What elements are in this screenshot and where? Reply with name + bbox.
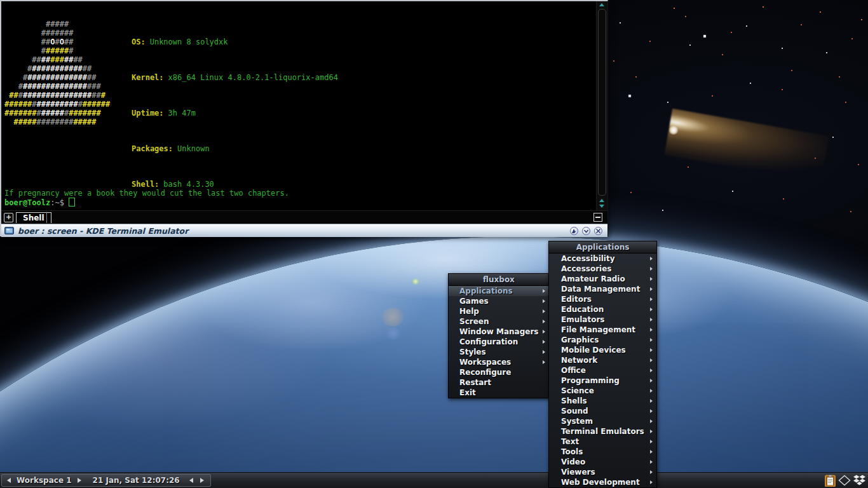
applications-menu-item[interactable]: Sound — [549, 406, 656, 416]
applications-menu-item[interactable]: Editors — [549, 294, 656, 304]
konsole-window-icon[interactable] — [4, 227, 14, 235]
menu-title: fluxbox — [449, 274, 549, 286]
system-info-line: OS:Unknown 8 solydxk — [132, 37, 338, 46]
clipboard-icon[interactable] — [824, 474, 836, 487]
fluxbox-menu-item[interactable]: Restart — [449, 377, 549, 388]
applications-menu-item[interactable]: Mobile Devices — [549, 345, 656, 355]
lens-flare-ring — [381, 308, 404, 327]
fluxbox-root-menu: fluxbox Applications Games Help Screen — [448, 273, 550, 398]
submenu-arrow-icon — [650, 328, 653, 332]
terminal-content[interactable]: ##### ####### ##O#O## ####### ##########… — [1, 1, 597, 210]
applications-menu-item[interactable]: Tools — [549, 447, 656, 457]
close-button[interactable] — [594, 227, 602, 235]
fluxbox-menu-item[interactable]: Exit — [449, 388, 549, 398]
applications-menu-item[interactable]: Video — [549, 457, 656, 467]
info-label: Uptime: — [132, 109, 164, 118]
terminal-titlebar[interactable]: boer : screen - KDE Terminal Emulator — [1, 224, 607, 237]
applications-submenu: Applications Accessibility Accessories A… — [548, 241, 657, 488]
shade-button[interactable] — [582, 227, 590, 235]
menu-item-label: Accessibility — [561, 254, 615, 264]
applications-menu-item[interactable]: Accessories — [549, 264, 656, 274]
applications-menu-item[interactable]: Office — [549, 365, 656, 376]
fluxbox-menu-item[interactable]: Screen — [449, 316, 549, 327]
fluxbox-menu-item[interactable]: Configuration — [449, 337, 549, 347]
submenu-arrow-icon — [650, 287, 653, 291]
menu-item-label: Terminal Emulators — [561, 426, 644, 437]
applications-menu-item[interactable]: Terminal Emulators — [549, 426, 656, 437]
menu-item-label: Screen — [459, 316, 489, 327]
submenu-arrow-icon — [650, 348, 653, 352]
tabbar-minimize-button[interactable] — [593, 213, 602, 222]
applications-menu-item[interactable]: Data Management — [549, 284, 656, 294]
info-label: OS: — [132, 37, 146, 46]
submenu-arrow-icon — [650, 267, 653, 271]
taskbar: Workspace 1 21 Jan, Sat 12:07:26 — [0, 472, 868, 488]
info-value: Unknown 8 solydxk — [150, 37, 228, 46]
applications-menu-item[interactable]: Graphics — [549, 335, 656, 345]
clock: 21 Jan, Sat 12:07:26 — [93, 476, 180, 485]
terminal-scrollbar[interactable] — [596, 1, 607, 210]
menu-item-label: Configuration — [459, 337, 518, 347]
comet-core — [668, 126, 679, 135]
menu-item-label: Programming — [561, 376, 620, 386]
applications-menu-item[interactable]: File Management — [549, 325, 656, 335]
new-tab-button[interactable]: + — [4, 213, 13, 222]
terminal-tab-bar: + Shell — [1, 210, 607, 224]
diamond-icon[interactable] — [838, 474, 851, 487]
applications-menu-item[interactable]: Accessibility — [549, 254, 656, 264]
fluxbox-menu-item[interactable]: Reconfigure — [449, 367, 549, 377]
submenu-arrow-icon — [650, 318, 653, 322]
menu-item-label: Education — [561, 304, 604, 315]
workspace-label[interactable]: Workspace 1 — [17, 476, 72, 485]
submenu-arrow-icon — [650, 369, 653, 372]
menu-item-label: Restart — [459, 377, 491, 388]
submenu-arrow-icon — [650, 358, 653, 362]
submenu-arrow-icon — [543, 299, 545, 303]
next-workspace-icon[interactable] — [78, 478, 81, 483]
scroll-down-icon[interactable] — [599, 205, 604, 208]
info-value: x86_64 Linux 4.8.0-2.1-liquorix-amd64 — [168, 73, 338, 82]
fluxbox-menu-item[interactable]: Help — [449, 306, 549, 316]
fluxbox-menu-item[interactable]: Styles — [449, 347, 549, 357]
menu-item-label: Window Managers — [459, 327, 538, 337]
submenu-arrow-icon — [650, 470, 653, 474]
tab-separator — [46, 212, 47, 223]
fluxbox-menu-item[interactable]: Workspaces — [449, 357, 549, 367]
fluxbox-menu-item[interactable]: Applications — [449, 286, 549, 296]
applications-menu-item[interactable]: Shells — [549, 396, 656, 406]
applications-menu-item[interactable]: Network — [549, 355, 656, 365]
menu-item-label: Help — [459, 306, 479, 316]
menu-item-label: Games — [459, 296, 489, 306]
applications-menu-item[interactable]: Emulators — [549, 315, 656, 325]
stick-button[interactable] — [570, 227, 578, 235]
applications-menu-item[interactable]: Science — [549, 386, 656, 396]
prev-workspace-icon[interactable] — [7, 478, 11, 483]
menu-item-label: Tools — [561, 447, 583, 457]
terminal-window: ##### ####### ##O#O## ####### ##########… — [0, 0, 608, 236]
scrollbar-thumb[interactable] — [598, 9, 606, 196]
applications-menu-item[interactable]: Web Development — [549, 477, 656, 487]
fluxbox-menu-item[interactable]: Games — [449, 296, 549, 306]
scroll-up-icon[interactable] — [599, 3, 604, 6]
fluxbox-menu-item[interactable]: Window Managers — [449, 327, 549, 337]
scroll-up-icon[interactable] — [599, 199, 604, 202]
workspace-panel: Workspace 1 21 Jan, Sat 12:07:26 — [1, 474, 211, 487]
prev-window-icon[interactable] — [189, 478, 193, 483]
dropbox-icon[interactable] — [853, 474, 865, 487]
info-value: Unknown — [177, 144, 210, 153]
menu-item-label: Exit — [459, 388, 476, 398]
submenu-arrow-icon — [650, 277, 653, 281]
applications-menu-item[interactable]: Education — [549, 304, 656, 315]
applications-menu-item[interactable]: Programming — [549, 376, 656, 386]
applications-menu-item[interactable]: Amateur Radio — [549, 274, 656, 284]
next-window-icon[interactable] — [200, 478, 204, 483]
applications-menu-item[interactable]: Text — [549, 437, 656, 447]
applications-menu-item[interactable]: System — [549, 416, 656, 426]
submenu-arrow-icon — [650, 257, 653, 261]
window-buttons — [570, 227, 602, 235]
menu-item-label: Editors — [561, 294, 592, 304]
menu-item-label: Text — [561, 437, 579, 447]
applications-menu-item[interactable]: Viewers — [549, 467, 656, 477]
menu-item-label: Data Management — [561, 284, 640, 294]
menu-item-label: Network — [561, 355, 597, 365]
